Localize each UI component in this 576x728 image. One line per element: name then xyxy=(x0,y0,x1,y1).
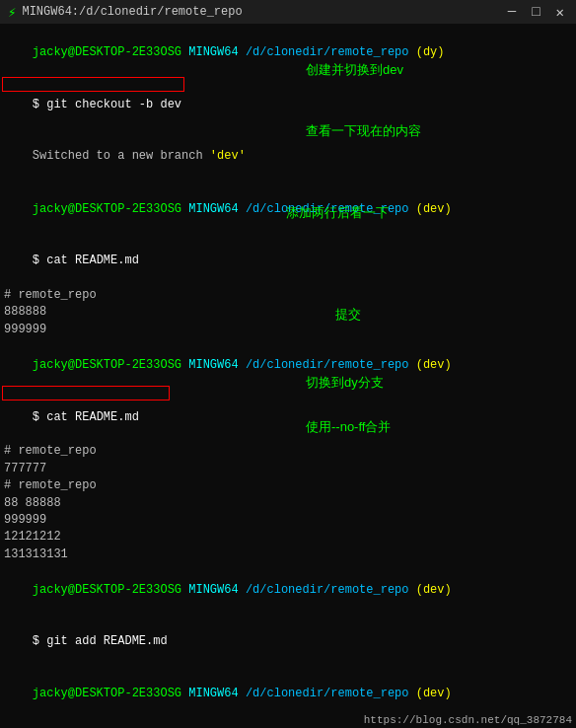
cmd-cat-1: $ cat README.md xyxy=(4,236,572,287)
titlebar: ⚡ MINGW64:/d/clonedir/remote_repo ─ □ ✕ xyxy=(0,0,576,24)
output-cat-2f: 12121212 xyxy=(4,529,572,546)
annotation-view-content: 查看一下现在的内容 xyxy=(306,122,421,140)
annotation-switch-dy: 切换到dy分支 xyxy=(306,374,384,392)
maximize-button[interactable]: □ xyxy=(528,4,543,21)
minimize-button[interactable]: ─ xyxy=(504,4,520,21)
output-cat-1b: 888888 xyxy=(4,304,572,321)
output-cat-2e: 999999 xyxy=(4,512,572,529)
close-button[interactable]: ✕ xyxy=(552,4,568,21)
titlebar-controls[interactable]: ─ □ ✕ xyxy=(504,4,568,21)
output-cat-2g: 131313131 xyxy=(4,546,572,563)
terminal-icon: ⚡ xyxy=(8,4,16,21)
annotation-add-lines: 添加两行后看一下 xyxy=(286,204,389,222)
prompt-line-3: jacky@DESKTOP-2E33OSG MINGW64 /d/clonedi… xyxy=(4,340,572,392)
output-cat-2d: 88 88888 xyxy=(4,495,572,512)
titlebar-title: MINGW64:/d/clonedir/remote_repo xyxy=(22,5,242,19)
output-cat-2b: 777777 xyxy=(4,461,572,477)
annotation-commit: 提交 xyxy=(335,306,361,324)
output-cat-1a: # remote_repo xyxy=(4,287,572,304)
output-cat-1c: 999999 xyxy=(4,322,572,338)
terminal[interactable]: jacky@DESKTOP-2E33OSG MINGW64 /d/clonedi… xyxy=(0,24,576,728)
statusbar: https://blog.csdn.net/qq_3872784 xyxy=(360,712,576,728)
annotation-create-dev: 创建并切换到dev xyxy=(306,61,403,79)
output-new-branch: Switched to a new branch 'dev' xyxy=(4,130,572,182)
prompt-line-4: jacky@DESKTOP-2E33OSG MINGW64 /d/clonedi… xyxy=(4,564,572,616)
cmd-git-add: $ git add README.md xyxy=(4,616,572,667)
titlebar-left: ⚡ MINGW64:/d/clonedir/remote_repo xyxy=(8,4,243,21)
output-cat-2a: # remote_repo xyxy=(4,443,572,460)
output-cat-2c: # remote_repo xyxy=(4,477,572,494)
annotation-merge-noff: 使用--no-ff合并 xyxy=(306,418,391,436)
cmd-cat-2: $ cat README.md xyxy=(4,392,572,443)
prompt-line-1: jacky@DESKTOP-2E33OSG MINGW64 /d/clonedi… xyxy=(4,28,572,79)
cmd-checkout-dev: $ git checkout -b dev xyxy=(4,79,572,130)
